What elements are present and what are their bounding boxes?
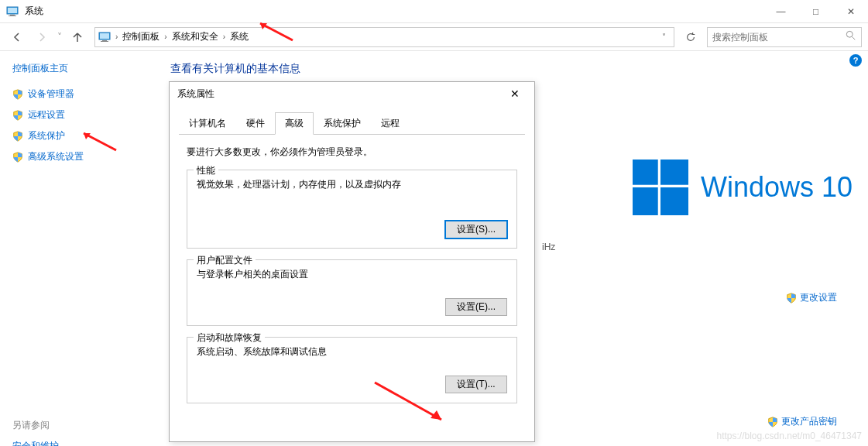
window-titlebar: 系统 — □ ✕: [0, 0, 868, 23]
shield-icon: [12, 89, 23, 100]
sidebar: 控制面板主页 设备管理器 远程设置 系统保护 高级系统设置 另请参阅 安全和维护: [0, 51, 155, 446]
shield-icon: [12, 110, 23, 121]
svg-rect-12: [633, 187, 658, 215]
dialog-close-button[interactable]: ✕: [503, 82, 527, 105]
close-button[interactable]: ✕: [833, 0, 868, 23]
search-input[interactable]: [712, 32, 846, 43]
user-profiles-settings-button[interactable]: 设置(E)...: [445, 298, 507, 316]
history-dropdown[interactable]: ˅: [57, 32, 62, 43]
startup-recovery-fieldset: 启动和故障恢复 系统启动、系统故障和调试信息 设置(T)...: [187, 337, 517, 403]
startup-recovery-settings-button[interactable]: 设置(T)...: [445, 376, 507, 393]
user-profiles-fieldset: 用户配置文件 与登录帐户相关的桌面设置 设置(E)...: [187, 259, 517, 326]
sidebar-item-remote-settings[interactable]: 远程设置: [12, 108, 142, 122]
page-heading: 查看有关计算机的基本信息: [170, 62, 853, 76]
svg-rect-3: [9, 15, 16, 16]
system-icon: [6, 5, 19, 18]
svg-point-8: [846, 31, 853, 37]
navigation-bar: ˅ › 控制面板 › 系统和安全 › 系统 ˅: [0, 23, 868, 51]
up-button[interactable]: [67, 26, 88, 48]
performance-settings-button[interactable]: 设置(S)...: [445, 221, 507, 238]
svg-rect-11: [660, 160, 688, 185]
maximize-button[interactable]: □: [798, 0, 833, 23]
dialog-tabs: 计算机名 硬件 高级 系统保护 远程: [179, 112, 525, 135]
window-title: 系统: [25, 5, 43, 18]
tab-system-protection[interactable]: 系统保护: [314, 112, 371, 135]
shield-icon: [12, 131, 23, 142]
sidebar-item-device-manager[interactable]: 设备管理器: [12, 87, 142, 101]
windows-brand-text: Windows 10: [701, 171, 853, 204]
sidebar-item-label: 设备管理器: [28, 87, 74, 101]
performance-fieldset: 性能 视觉效果，处理器计划，内存使用，以及虚拟内存 设置(S)...: [187, 170, 517, 249]
also-reference-label: 另请参阅: [12, 419, 142, 432]
svg-rect-10: [633, 160, 658, 185]
svg-rect-13: [660, 187, 688, 215]
system-properties-dialog: 系统属性 ✕ 计算机名 硬件 高级 系统保护 远程 要进行大多数更改，你必须作为…: [169, 81, 535, 442]
sidebar-item-label: 远程设置: [28, 108, 65, 122]
breadcrumb-item[interactable]: 控制面板: [119, 30, 163, 43]
back-button[interactable]: [6, 26, 28, 48]
sidebar-item-system-protection[interactable]: 系统保护: [12, 129, 142, 142]
watermark: https://blog.csdn.net/m0_46471347: [717, 431, 862, 441]
svg-rect-2: [10, 15, 15, 15]
sidebar-item-advanced-system-settings[interactable]: 高级系统设置: [12, 150, 142, 163]
svg-rect-1: [8, 8, 17, 13]
address-dropdown[interactable]: ˅: [657, 33, 671, 41]
user-profiles-desc: 与登录帐户相关的桌面设置: [197, 268, 507, 281]
svg-rect-5: [100, 33, 109, 39]
performance-legend: 性能: [194, 164, 218, 177]
tab-advanced[interactable]: 高级: [275, 112, 314, 135]
shield-icon: [767, 417, 778, 427]
startup-recovery-legend: 启动和故障恢复: [194, 331, 265, 345]
svg-rect-7: [101, 41, 108, 42]
chevron-right-icon: ›: [114, 33, 119, 41]
sidebar-item-label: 高级系统设置: [28, 150, 84, 163]
forward-button[interactable]: [31, 26, 53, 48]
sidebar-item-label: 系统保护: [28, 129, 65, 142]
security-maintenance-link[interactable]: 安全和维护: [12, 441, 59, 446]
refresh-button[interactable]: [681, 27, 701, 47]
chevron-right-icon: ›: [221, 33, 227, 41]
tab-remote[interactable]: 远程: [371, 112, 410, 135]
windows-logo-icon: [633, 160, 688, 215]
svg-line-9: [853, 37, 856, 40]
shield-icon: [12, 152, 23, 163]
change-settings-link[interactable]: 更改设置: [786, 291, 837, 304]
performance-desc: 视觉效果，处理器计划，内存使用，以及虚拟内存: [197, 178, 507, 191]
cpu-ghz-snippet: iHz: [542, 242, 555, 252]
breadcrumb-item[interactable]: 系统和安全: [169, 30, 221, 43]
breadcrumb-item[interactable]: 系统: [227, 30, 252, 43]
dialog-titlebar: 系统属性 ✕: [170, 82, 534, 105]
minimize-button[interactable]: —: [763, 0, 798, 23]
admin-note: 要进行大多数更改，你必须作为管理员登录。: [187, 146, 517, 159]
startup-recovery-desc: 系统启动、系统故障和调试信息: [197, 345, 507, 359]
change-product-key-link[interactable]: 更改产品密钥: [767, 415, 837, 428]
chevron-right-icon: ›: [163, 33, 168, 41]
dialog-title: 系统属性: [177, 87, 214, 101]
address-bar[interactable]: › 控制面板 › 系统和安全 › 系统 ˅: [94, 27, 674, 47]
control-panel-home-link[interactable]: 控制面板主页: [12, 62, 142, 75]
tab-hardware[interactable]: 硬件: [236, 112, 275, 135]
tab-computer-name[interactable]: 计算机名: [179, 112, 236, 135]
search-icon: [846, 30, 856, 43]
user-profiles-legend: 用户配置文件: [194, 254, 256, 267]
svg-rect-6: [102, 40, 107, 41]
computer-icon: [98, 31, 111, 43]
shield-icon: [786, 293, 797, 304]
windows-brand: Windows 10: [633, 160, 853, 215]
search-box[interactable]: [707, 27, 862, 47]
